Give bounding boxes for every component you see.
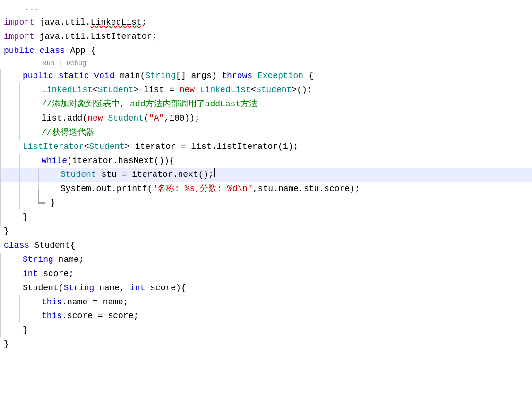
code-line-12: Student stu = iterator.next(); — [57, 168, 532, 182]
this-keyword-1: this — [42, 296, 62, 309]
code-line-14: } — [38, 196, 532, 210]
code-line-5: public static void main(String[] args) t… — [19, 69, 532, 83]
run-link[interactable]: Run — [43, 59, 54, 69]
code-line-partial: ... — [0, 0, 532, 16]
code-line-22: this.score = score; — [38, 309, 532, 323]
code-line-7: //添加对象到链表中, add方法内部调用了addLast方法 — [38, 97, 532, 112]
code-line-23: } — [19, 323, 532, 338]
code-line-20: Student(String name, int score){ — [19, 281, 532, 295]
this-keyword-2: this — [42, 310, 62, 323]
code-line-19: int score; — [19, 267, 532, 281]
code-line-24: } — [0, 338, 532, 352]
code-line-13: System.out.printf("名称: %s,分数: %d\n",stu.… — [57, 182, 532, 196]
code-line-16: } — [0, 225, 532, 239]
code-line-6: LinkedList<Student> list = new LinkedLis… — [38, 83, 532, 97]
code-line-9: //获得迭代器 — [38, 126, 532, 140]
code-line-1: import java.util.LinkedList; — [0, 16, 532, 30]
code-line-2: import java.util.ListIterator; — [0, 30, 532, 44]
code-line-15: } — [19, 210, 532, 225]
code-line-21: this.name = name; — [38, 295, 532, 310]
run-debug-line[interactable]: Run | Debug — [0, 58, 532, 69]
code-line-17: class Student{ — [0, 239, 532, 253]
debug-link[interactable]: Debug — [66, 59, 86, 69]
code-line-11: while(iterator.hasNext()){ — [38, 154, 532, 168]
code-line-18: String name; — [19, 253, 532, 267]
code-line-10: ListIterator<Student> iterator = list.li… — [19, 140, 532, 154]
code-editor: ... import java.util.LinkedList; import … — [0, 0, 532, 416]
code-line-8: list.add(new Student("A",100)); — [38, 112, 532, 126]
code-line-3: public class App { — [0, 44, 532, 58]
